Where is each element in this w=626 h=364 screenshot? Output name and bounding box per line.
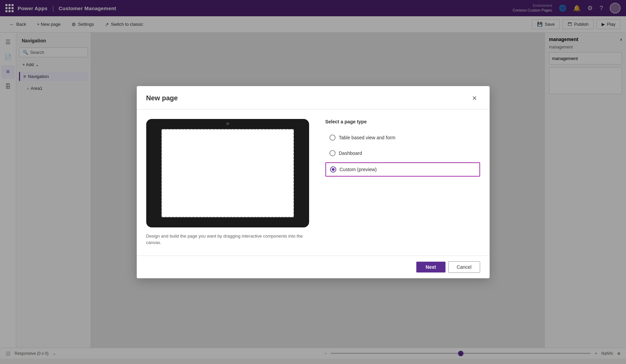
new-page-modal: New page ✕ Design and build the page you… [137,86,490,278]
option-table[interactable]: Table based view and form [325,131,480,144]
option-dashboard[interactable]: Dashboard [325,147,480,160]
next-button[interactable]: Next [416,262,445,272]
modal-body: Design and build the page you want by dr… [137,109,490,256]
radio-custom-circle [330,166,336,173]
modal-close-button[interactable]: ✕ [469,93,480,104]
tablet-preview-image [146,119,309,227]
option-dashboard-label: Dashboard [339,150,362,156]
modal-preview: Design and build the page you want by dr… [146,119,309,246]
close-icon: ✕ [472,95,477,102]
option-custom[interactable]: Custom (preview) [325,162,480,177]
radio-dashboard-circle [329,150,336,156]
options-title: Select a page type [325,119,480,124]
cancel-button[interactable]: Cancel [448,261,480,273]
radio-table-circle [329,135,336,141]
tablet-camera [226,122,229,125]
option-table-label: Table based view and form [339,135,396,140]
option-custom-label: Custom (preview) [340,167,377,172]
modal-overlay: New page ✕ Design and build the page you… [0,0,626,364]
preview-description: Design and build the page you want by dr… [146,233,309,246]
modal-title: New page [146,94,178,102]
modal-options: Select a page type Table based view and … [325,119,480,246]
modal-footer: Next Cancel [137,256,490,278]
tablet-screen [162,129,294,217]
modal-header: New page ✕ [137,86,490,109]
